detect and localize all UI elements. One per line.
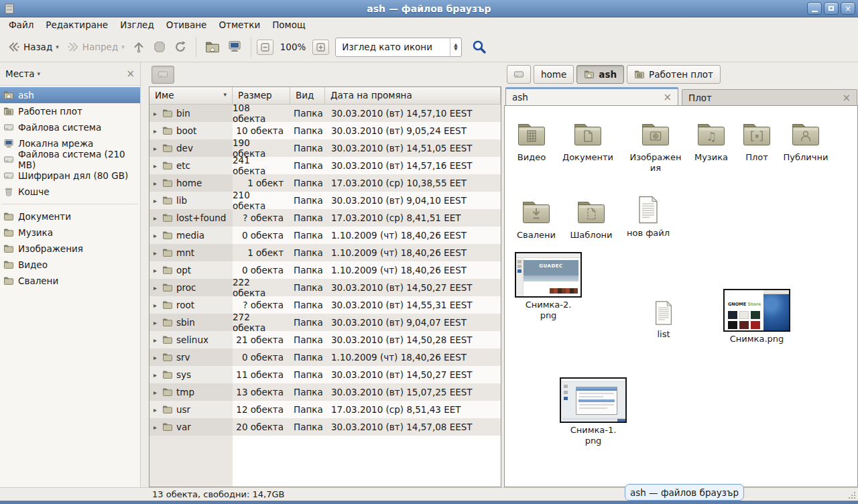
sidebar-title[interactable]: Места — [5, 68, 35, 79]
column-header-0[interactable]: Име▾ — [149, 87, 233, 104]
expander-icon[interactable]: ▸ — [151, 354, 159, 361]
maximize-button[interactable] — [824, 2, 839, 15]
sidebar-mode-caret[interactable]: ▾ — [38, 70, 41, 77]
back-history-caret[interactable]: ▾ — [56, 44, 59, 50]
path-button-home[interactable]: home — [534, 65, 574, 84]
forward-history-caret[interactable]: ▾ — [121, 44, 125, 50]
home-button[interactable] — [202, 37, 223, 57]
expander-icon[interactable]: ▸ — [151, 214, 159, 222]
sidebar-item[interactable]: Видео — [0, 257, 140, 273]
menu-item-1[interactable]: Файл — [3, 18, 40, 32]
folder-item[interactable]: Изображен ия — [627, 118, 684, 173]
sidebar-item[interactable]: Шифриран дял (80 GB) — [0, 168, 140, 184]
sidebar-item[interactable]: Файлова система — [0, 119, 140, 135]
expander-icon[interactable]: ▸ — [151, 389, 159, 396]
sidebar-item[interactable]: Кошче — [0, 184, 140, 200]
expander-icon[interactable]: ▸ — [151, 406, 159, 414]
table-row[interactable]: ▸dev190 обектаПапка30.03.2010 (вт) 14,51… — [149, 139, 501, 157]
expander-icon[interactable]: ▸ — [151, 162, 159, 170]
expander-icon[interactable]: ▸ — [151, 249, 159, 257]
tab-ash[interactable]: ash× — [505, 87, 678, 105]
table-row[interactable]: ▸srv0 обектаПапка1.10.2009 (чт) 18,40,26… — [149, 349, 501, 366]
expander-icon[interactable]: ▸ — [151, 319, 159, 326]
stop-button[interactable] — [149, 37, 170, 57]
expander-icon[interactable]: ▸ — [151, 371, 159, 379]
reload-button[interactable] — [170, 37, 190, 57]
column-header-3[interactable]: Дата на промяна — [325, 87, 501, 104]
table-row[interactable]: ▸var20 обектаПапка30.03.2010 (вт) 14,57,… — [149, 418, 501, 436]
expander-icon[interactable]: ▸ — [151, 127, 159, 135]
menu-item-3[interactable]: Изглед — [114, 18, 160, 32]
table-row[interactable]: ▸mnt1 обектПапка1.10.2009 (чт) 18,40,26 … — [149, 244, 501, 261]
zoom-in-button[interactable] — [312, 40, 329, 55]
table-row[interactable]: ▸usr12 обектаПапка17.03.2010 (ср) 8,51,4… — [149, 401, 501, 418]
table-row[interactable]: ▸boot10 обектаПапка30.03.2010 (вт) 9,05,… — [149, 122, 501, 139]
expander-icon[interactable]: ▸ — [151, 145, 159, 152]
table-row[interactable]: ▸home1 обектПапка17.03.2010 (ср) 10,38,5… — [149, 174, 501, 192]
sidebar-item[interactable]: Файлова система (210 MB) — [0, 151, 140, 168]
tab-close-icon[interactable]: × — [842, 92, 851, 104]
table-row[interactable]: ▸etc241 обектаПапка30.03.2010 (вт) 14,57… — [149, 157, 501, 174]
path-button-Работен плот[interactable]: Работен плот — [627, 65, 721, 84]
table-row[interactable]: ▸selinux21 обектаПапка30.03.2010 (вт) 14… — [149, 331, 501, 349]
sidebar-item[interactable]: Свалени — [0, 273, 140, 289]
table-row[interactable]: ▸root? обектаПапка30.03.2010 (вт) 14,55,… — [149, 296, 501, 314]
pane-splitter[interactable] — [141, 62, 149, 487]
expander-icon[interactable]: ▸ — [151, 267, 159, 274]
close-button[interactable]: × — [841, 2, 855, 15]
table-row[interactable]: ▸sys11 обектаПапка30.03.2010 (вт) 14,50,… — [149, 366, 501, 383]
path-button-root[interactable] — [507, 65, 531, 84]
expander-icon[interactable]: ▸ — [151, 302, 159, 309]
computer-button[interactable] — [224, 37, 245, 57]
sidebar-item[interactable]: Музика — [0, 225, 140, 241]
folder-item[interactable]: Публични — [779, 118, 833, 163]
file-item[interactable]: GUADECСнимка-2. png — [511, 252, 585, 320]
folder-item[interactable]: Плот — [730, 118, 784, 163]
file-item[interactable]: нов файл — [621, 194, 675, 239]
icon-view[interactable]: ВидеоДокументиИзображен ия♫МузикаПлотПуб… — [504, 105, 858, 487]
folder-item[interactable]: Шаблони — [564, 196, 618, 241]
title-bar[interactable]: ash — файлов браузър × — [0, 0, 858, 17]
expander-icon[interactable]: ▸ — [151, 336, 159, 344]
sidebar-item[interactable]: Изображения — [0, 241, 140, 257]
expander-icon[interactable]: ▸ — [151, 197, 159, 204]
view-mode-select[interactable]: Изглед като икони ▲▼ — [335, 38, 462, 57]
menu-item-2[interactable]: Редактиране — [40, 18, 114, 32]
column-header-1[interactable]: Размер — [233, 87, 290, 104]
table-row[interactable]: ▸lost+found? обектаПапка17.03.2010 (ср) … — [149, 209, 501, 227]
search-button[interactable] — [469, 37, 489, 57]
back-button[interactable]: Назад ▾ — [4, 37, 62, 57]
sidebar-item[interactable]: ash — [0, 87, 140, 103]
folder-item[interactable]: Видео — [505, 118, 558, 163]
folder-item[interactable]: Документи — [561, 118, 615, 163]
file-item[interactable]: list — [637, 299, 690, 340]
root-location-button[interactable] — [151, 66, 174, 84]
menu-item-5[interactable]: Отметки — [212, 18, 266, 32]
column-header-2[interactable]: Вид — [290, 87, 325, 104]
forward-button[interactable]: Напред ▾ — [63, 37, 128, 57]
tab-Плот[interactable]: Плот× — [682, 89, 857, 105]
file-item[interactable]: Снимка-1. png — [556, 377, 630, 446]
table-row[interactable]: ▸sbin272 обектаПапка30.03.2010 (вт) 9,04… — [149, 314, 501, 331]
expander-icon[interactable]: ▸ — [151, 180, 159, 187]
expander-icon[interactable]: ▸ — [151, 424, 159, 431]
file-item[interactable]: GNOME StoreСнимка.png — [720, 289, 794, 344]
expander-icon[interactable]: ▸ — [151, 110, 159, 117]
tab-close-icon[interactable]: × — [663, 91, 672, 103]
folder-item[interactable]: Свалени — [509, 196, 563, 241]
sidebar-close-icon[interactable]: × — [126, 68, 135, 80]
up-button[interactable] — [129, 37, 149, 57]
minimize-button[interactable] — [807, 2, 822, 15]
table-row[interactable]: ▸tmp13 обектаПапка30.03.2010 (вт) 15,07,… — [149, 383, 501, 401]
table-row[interactable]: ▸lib210 обектаПапка30.03.2010 (вт) 9,04,… — [149, 192, 501, 209]
zoom-out-button[interactable] — [257, 40, 273, 55]
expander-icon[interactable]: ▸ — [151, 232, 159, 239]
resize-grip[interactable] — [847, 490, 856, 499]
menu-item-6[interactable]: Помощ — [266, 18, 312, 32]
table-row[interactable]: ▸opt0 обектаПапка1.10.2009 (чт) 18,40,26… — [149, 261, 501, 279]
expander-icon[interactable]: ▸ — [151, 284, 159, 292]
sidebar-item[interactable]: Документи — [0, 208, 140, 225]
table-row[interactable]: ▸bin108 обектаПапка30.03.2010 (вт) 14,57… — [149, 105, 501, 122]
table-row[interactable]: ▸media0 обектаПапка1.10.2009 (чт) 18,40,… — [149, 227, 501, 244]
menu-item-4[interactable]: Отиване — [160, 18, 213, 32]
